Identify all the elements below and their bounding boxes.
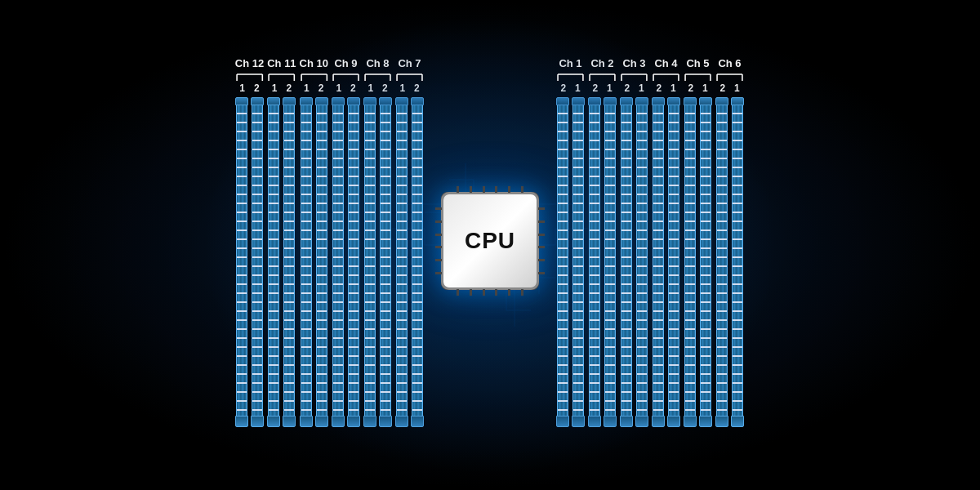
dimm-main-body: [364, 105, 376, 416]
slot-number: 2: [556, 82, 571, 94]
channel-label-ch2: Ch 2: [590, 57, 613, 69]
cpu-label: CPU: [465, 228, 515, 254]
dimm-stick: [332, 97, 345, 427]
channel-label-ch11: Ch 11: [267, 57, 296, 69]
dimm-cap-bottom: [588, 416, 601, 427]
channel-label-ch3: Ch 3: [622, 57, 645, 69]
dimm-stripes: [590, 105, 599, 416]
dimm-cap-bottom: [300, 416, 313, 427]
dimm-stripes: [397, 105, 407, 416]
slot-number: 2: [410, 82, 425, 94]
dimm-cap-bottom: [315, 416, 328, 427]
dimm-stick: [684, 97, 697, 427]
dimm-main-body: [252, 105, 263, 416]
slot-number: 2: [588, 82, 603, 94]
dimm-stick: [411, 97, 424, 427]
pin: [538, 220, 545, 223]
slot-number: 1: [267, 82, 282, 94]
slot-number: 1: [332, 82, 346, 94]
bracket-svg: [715, 73, 744, 82]
bracket-svg: [363, 73, 392, 82]
slot-number: 1: [635, 82, 649, 94]
dimm-cap-bottom: [635, 416, 648, 427]
dimm-cap-top: [620, 97, 633, 105]
slot-numbers-ch12: 12: [235, 82, 264, 94]
pin: [538, 234, 545, 236]
slot-number: 1: [300, 82, 314, 94]
dimm-cap-bottom: [395, 416, 408, 427]
dimm-main-body: [380, 105, 391, 416]
channel-group-ch4: Ch 421: [652, 57, 680, 427]
pin: [508, 289, 510, 296]
dimm-main-body: [621, 105, 632, 416]
dimm-stripes: [301, 105, 311, 416]
channel-bracket-ch11: [267, 71, 296, 81]
dimm-cap-top: [300, 97, 313, 105]
slot-numbers-ch4: 21: [652, 82, 680, 94]
dimm-cap-bottom: [699, 416, 712, 427]
slot-number: 1: [730, 82, 745, 94]
dimm-cap-bottom: [620, 416, 633, 427]
dimm-pair-ch1: [556, 97, 585, 427]
dimm-cap-top: [715, 97, 728, 105]
dimm-cap-bottom: [731, 416, 744, 427]
dimm-cap-top: [588, 97, 601, 105]
dimm-pair-ch9: [332, 97, 360, 427]
dimm-stripes: [252, 105, 262, 416]
dimm-stripes: [317, 105, 327, 416]
channel-group-ch10: Ch 1012: [300, 57, 328, 427]
dimm-cap-top: [267, 97, 280, 105]
dimm-stripes: [621, 105, 631, 416]
dimm-stripes: [412, 105, 422, 416]
channel-label-ch10: Ch 10: [300, 57, 328, 69]
dimm-stick: [731, 97, 744, 427]
channel-group-ch9: Ch 912: [332, 57, 360, 427]
dimm-main-body: [700, 105, 711, 416]
dimm-pair-ch3: [620, 97, 648, 427]
slot-numbers-ch7: 12: [395, 82, 424, 94]
dimm-cap-bottom: [684, 416, 697, 427]
dimm-stripes: [685, 105, 695, 416]
dimm-main-body: [283, 105, 295, 416]
dimm-cap-top: [411, 97, 424, 105]
bracket-svg: [395, 73, 424, 82]
cpu-pins-top: [452, 186, 528, 193]
channel-label-ch1: Ch 1: [559, 57, 581, 69]
dimm-stick: [715, 97, 728, 427]
dimm-pair-ch8: [363, 97, 392, 427]
dimm-stripes: [717, 105, 727, 416]
dimm-cap-bottom: [283, 416, 296, 427]
slot-numbers-ch6: 21: [715, 82, 744, 94]
slot-number: 2: [620, 82, 635, 94]
slot-number: 1: [395, 82, 410, 94]
channel-bracket-ch7: [395, 71, 424, 81]
dimm-cap-top: [395, 97, 408, 105]
channel-bracket-ch8: [363, 71, 392, 81]
pin: [470, 186, 472, 193]
dimm-pair-ch5: [684, 97, 712, 427]
dimm-stick: [235, 97, 248, 427]
pin: [435, 220, 442, 223]
pin: [470, 289, 472, 296]
pin: [521, 186, 523, 193]
bracket-svg: [300, 73, 328, 82]
dimm-main-body: [684, 105, 696, 416]
dimm-cap-top: [332, 97, 345, 105]
dimm-stripes: [365, 105, 375, 416]
slot-numbers-ch1: 21: [556, 82, 585, 94]
bracket-svg: [235, 73, 264, 82]
dimm-cap-bottom: [363, 416, 376, 427]
dimm-main-body: [557, 105, 568, 416]
dimm-pair-ch4: [652, 97, 680, 427]
slot-number: 1: [235, 82, 250, 94]
bracket-svg: [588, 73, 617, 82]
pin: [457, 186, 459, 193]
slot-numbers-ch2: 21: [588, 82, 617, 94]
dimm-pair-ch11: [267, 97, 296, 427]
dimm-cap-top: [699, 97, 712, 105]
dimm-stick: [251, 97, 264, 427]
slot-number: 2: [282, 82, 296, 94]
content-row: Ch 1212Ch 1112Ch 1012Ch 912Ch 812Ch 712: [0, 0, 980, 490]
dimm-cap-bottom: [652, 416, 665, 427]
channel-label-ch7: Ch 7: [398, 57, 421, 69]
